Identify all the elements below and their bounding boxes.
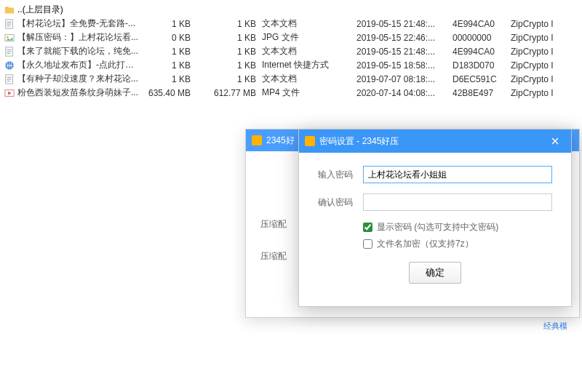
file-type-icon [3,88,16,98]
file-size: 1 KB [138,19,196,29]
compress-dialog-title-text: 2345好 [266,135,295,147]
file-type-icon [3,47,16,57]
file-name: 【有种子却没速度？来村花论... [16,73,138,85]
file-date: 2020-07-14 04:08:... [356,88,453,98]
file-name: 【永久地址发布页】-点此打开... [16,59,138,71]
file-type: Internet 快捷方式 [262,59,356,71]
file-row[interactable]: 【解压密码：】上村花论坛看...0 KB1 KBJPG 文件2019-05-15… [0,31,582,44]
file-method: ZipCrypto I [511,60,576,71]
password-input[interactable] [363,166,552,183]
password-dialog-titlebar: 密码设置 - 2345好压 [299,129,571,153]
file-list: ..(上层目录) 【村花论坛】全免费-无套路-...1 KB1 KB文本文档20… [0,0,582,103]
file-row[interactable]: 【村花论坛】全免费-无套路-...1 KB1 KB文本文档2019-05-15 … [0,17,582,31]
file-type: MP4 文件 [262,87,356,99]
file-crc: 42B8E497 [453,88,511,98]
file-type: 文本文档 [262,45,356,57]
file-size: 1 KB [138,60,196,71]
ok-button[interactable]: 确定 [409,262,461,284]
file-type-icon [3,19,16,29]
password-dialog-title: 密码设置 - 2345好压 [319,135,399,148]
file-row[interactable]: 【来了就能下载的论坛，纯免...1 KB1 KB文本文档2019-05-15 2… [0,44,582,58]
classic-mode-link[interactable]: 经典模 [543,321,567,330]
file-size: 1 KB [138,47,196,57]
close-button[interactable] [545,133,565,149]
file-size: 1 KB [138,74,196,84]
password-dialog: 密码设置 - 2345好压 输入密码 确认密码 显示密码 (勾选可支持中文密码)… [298,129,572,307]
file-date: 2019-05-15 22:46:... [356,33,453,43]
encrypt-filename-checkbox[interactable] [363,239,372,249]
file-type-icon [3,33,16,43]
folder-up-icon [3,5,16,15]
file-date: 2019-05-15 21:48:... [356,19,453,29]
app-icon [252,135,262,145]
updir-label: ..(上层目录) [16,4,138,16]
file-row[interactable]: 【永久地址发布页】-点此打开...1 KB1 KBInternet 快捷方式20… [0,58,582,72]
file-type-icon [3,74,16,84]
file-method: ZipCrypto I [511,74,576,84]
bg-row2-label: 压缩配 [260,250,291,263]
file-type: 文本文档 [262,17,356,30]
file-type-icon [3,60,16,71]
app-icon [305,136,315,146]
file-name: 【解压密码：】上村花论坛看... [16,31,138,44]
file-packed-size: 1 KB [196,33,262,43]
file-method: ZipCrypto I [511,19,576,29]
input-password-label: 输入密码 [318,169,363,181]
file-method: ZipCrypto I [511,88,576,98]
file-type: JPG 文件 [262,31,356,44]
svg-point-2 [7,36,9,38]
file-date: 2019-05-15 21:48:... [356,47,453,57]
file-packed-size: 1 KB [196,74,262,84]
file-crc: D183D070 [453,60,511,71]
file-date: 2019-05-15 18:58:... [356,60,453,71]
show-password-checkbox[interactable] [363,223,372,232]
bg-row1-label: 压缩配 [260,218,291,231]
file-size: 0 KB [138,33,196,43]
file-crc: 4E994CA0 [453,19,511,29]
file-packed-size: 612.77 MB [196,88,262,98]
file-name: 粉色西装短发苗条纹身萌妹子... [16,87,138,99]
file-packed-size: 1 KB [196,19,262,29]
file-row[interactable]: 粉色西装短发苗条纹身萌妹子...635.40 MB612.77 MBMP4 文件… [0,86,582,100]
file-crc: 4E994CA0 [453,47,511,57]
file-date: 2019-07-07 08:18:... [356,74,453,84]
updir-row[interactable]: ..(上层目录) [0,3,582,17]
file-type: 文本文档 [262,73,356,85]
show-password-label[interactable]: 显示密码 (勾选可支持中文密码) [377,221,498,233]
file-name: 【村花论坛】全免费-无套路-... [16,17,138,30]
file-name: 【来了就能下载的论坛，纯免... [16,45,138,57]
file-packed-size: 1 KB [196,60,262,71]
file-method: ZipCrypto I [511,33,576,43]
file-packed-size: 1 KB [196,47,262,57]
confirm-password-input[interactable] [363,193,552,211]
file-crc: 00000000 [453,33,511,43]
encrypt-filename-label[interactable]: 文件名加密（仅支持7z） [377,238,474,250]
file-method: ZipCrypto I [511,47,576,57]
confirm-password-label: 确认密码 [318,196,363,209]
file-crc: D6EC591C [453,74,511,84]
file-row[interactable]: 【有种子却没速度？来村花论...1 KB1 KB文本文档2019-07-07 0… [0,72,582,86]
file-size: 635.40 MB [138,88,196,98]
